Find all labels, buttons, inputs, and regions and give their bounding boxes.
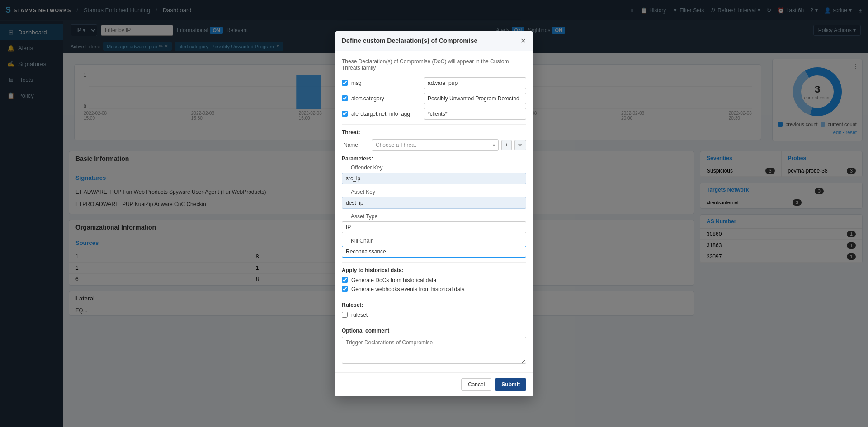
field-msg-input[interactable] — [424, 77, 526, 89]
field-category-checkbox[interactable] — [342, 95, 348, 101]
gen-webhooks-row: Generate webhooks events from historical… — [342, 286, 526, 292]
divider-2 — [342, 262, 526, 263]
asset-type-label: Asset Type — [342, 213, 526, 220]
optional-comment-textarea[interactable] — [342, 337, 526, 364]
ruleset-section-label: Ruleset: — [342, 302, 526, 308]
asset-type-select[interactable]: IP Domain URL — [342, 221, 526, 233]
asset-type-row: Asset Type IP Domain URL — [342, 213, 526, 233]
field-row-target: alert.target.net_info_agg — [342, 108, 526, 120]
offender-key-input[interactable] — [342, 173, 526, 184]
field-row-msg: msg — [342, 77, 526, 89]
historical-section-label: Apply to historical data: — [342, 267, 526, 273]
threat-name-row: Name Choose a Threat ▾ + ✏ — [342, 139, 526, 151]
submit-button[interactable]: Submit — [495, 378, 526, 391]
asset-type-select-wrap: IP Domain URL — [342, 221, 526, 233]
asset-key-row: Asset Key — [342, 189, 526, 209]
params-section-label: Parameters: — [342, 155, 526, 162]
field-msg-checkbox[interactable] — [342, 80, 348, 86]
field-target-input[interactable] — [424, 108, 526, 120]
asset-key-label: Asset Key — [342, 189, 526, 195]
threat-name-label: Name — [342, 142, 369, 148]
asset-key-input[interactable] — [342, 197, 526, 209]
field-category-label: alert.category — [351, 95, 424, 102]
optional-comment-label: Optional comment — [342, 328, 526, 334]
cancel-button[interactable]: Cancel — [461, 378, 491, 391]
field-row-alert-category: alert.category — [342, 93, 526, 104]
threat-select-wrap: Choose a Threat ▾ — [372, 139, 499, 151]
threat-name-select[interactable]: Choose a Threat — [372, 139, 499, 151]
divider-3 — [342, 297, 526, 297]
gen-webhooks-checkbox[interactable] — [342, 286, 348, 292]
kill-chain-select-wrap: Reconnaissance Delivery Exploitation Ins… — [342, 246, 526, 258]
doc-modal: Define custom Declaration(s) of Compromi… — [335, 31, 533, 396]
divider-4 — [342, 323, 526, 323]
modal-title: Define custom Declaration(s) of Compromi… — [342, 37, 477, 44]
gen-docs-checkbox[interactable] — [342, 277, 348, 283]
field-category-input[interactable] — [424, 93, 526, 104]
gen-docs-label: Generate DoCs from historical data — [351, 277, 436, 283]
ruleset-label: ruleset — [351, 312, 368, 318]
modal-overlay[interactable]: Define custom Declaration(s) of Compromi… — [0, 0, 868, 427]
modal-close-button[interactable]: ✕ — [520, 37, 526, 45]
divider-1 — [342, 124, 526, 125]
threat-edit-button[interactable]: ✏ — [514, 140, 526, 150]
threat-add-button[interactable]: + — [501, 140, 512, 150]
modal-footer: Cancel Submit — [335, 372, 533, 396]
ruleset-checkbox[interactable] — [342, 312, 348, 318]
kill-chain-row: Kill Chain Reconnaissance Delivery Explo… — [342, 238, 526, 258]
offender-key-label: Offender Key — [342, 164, 526, 171]
kill-chain-select[interactable]: Reconnaissance Delivery Exploitation Ins… — [342, 246, 526, 258]
modal-description: These Declaration(s) of Compromise (DoC)… — [342, 58, 526, 71]
field-target-label: alert.target.net_info_agg — [351, 111, 424, 117]
offender-key-row: Offender Key — [342, 164, 526, 184]
ruleset-row: ruleset — [342, 312, 526, 318]
field-target-checkbox[interactable] — [342, 111, 348, 117]
modal-header: Define custom Declaration(s) of Compromi… — [335, 31, 533, 51]
modal-body: These Declaration(s) of Compromise (DoC)… — [335, 51, 533, 372]
gen-docs-row: Generate DoCs from historical data — [342, 277, 526, 283]
field-msg-label: msg — [351, 80, 424, 86]
threat-section-label: Threat: — [342, 129, 526, 136]
kill-chain-label: Kill Chain — [342, 238, 526, 244]
gen-webhooks-label: Generate webhooks events from historical… — [351, 286, 465, 292]
